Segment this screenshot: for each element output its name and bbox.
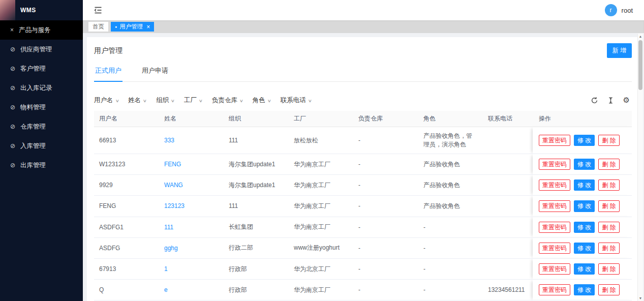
delete-button[interactable]: 删 除 [598,243,619,254]
cell-org: 长虹集团 [224,217,289,237]
edit-button[interactable]: 修 改 [574,200,595,212]
cell-actions: 重置密码修 改删 除 [533,258,632,279]
brand: WMS [0,0,83,20]
reset-password-button[interactable]: 重置密码 [539,200,570,212]
edit-button[interactable]: 修 改 [574,135,595,146]
user-menu[interactable]: r root [605,4,633,16]
delete-button[interactable]: 删 除 [598,159,619,170]
user-name-link[interactable]: e [164,286,168,293]
user-name-link[interactable]: 123123 [164,202,185,209]
delete-button[interactable]: 删 除 [598,284,619,295]
user-name-link[interactable]: 111 [164,224,173,231]
reset-password-button[interactable]: 重置密码 [539,284,570,295]
sidebar-item[interactable]: ×产品与服务 [0,20,83,40]
filter-dropdown[interactable]: 姓名∨ [128,96,146,105]
sidebar-item[interactable]: ⊘物料管理 [0,98,83,117]
sidebar-item[interactable]: ⊘仓库管理 [0,117,83,136]
reset-password-button[interactable]: 重置密码 [539,263,570,275]
nav-tab[interactable]: ●用户管理× [111,22,154,32]
brand-avatar-image [0,0,15,20]
sidebar-item[interactable]: ⊘供应商管理 [0,40,83,59]
delete-button[interactable]: 删 除 [598,179,619,191]
scrollbar-thumb[interactable] [638,40,642,90]
chevron-down-icon: ∨ [143,98,147,103]
user-name-link[interactable]: WANG [164,182,183,189]
column-height-icon[interactable] [607,97,615,104]
filter-dropdown[interactable]: 工厂∨ [184,96,202,105]
filter-dropdown[interactable]: 组织∨ [156,96,174,105]
cell-name: e [159,280,224,300]
reset-password-button[interactable]: 重置密码 [539,222,570,233]
user-name-link[interactable]: 1 [164,265,168,273]
cell-role: 产品验收角色，管理员，演示角色 [418,127,483,154]
user-name-link[interactable]: 333 [164,137,174,144]
tag-icon: ⊘ [10,84,15,92]
cell-org: 行政部 [224,280,289,300]
add-user-button[interactable]: 新 增 [607,43,632,58]
edit-button[interactable]: 修 改 [574,263,595,275]
settings-icon[interactable]: ⚙ [623,96,630,105]
delete-button[interactable]: 删 除 [598,263,619,275]
cell-factory: 华为南京工厂 [289,175,353,196]
filter-dropdown[interactable]: 联系电话∨ [281,96,312,105]
filter-dropdown[interactable]: 负责仓库∨ [212,96,243,105]
table-row: ASDFG1111长虹集团华为南京工厂--重置密码修 改删 除 [94,217,632,237]
user-name-link[interactable]: gghg [164,245,178,252]
filter-label: 用户名 [94,96,113,105]
cell-username: FENG [94,196,159,217]
filter-label: 工厂 [184,96,197,105]
tag-icon: ⊘ [10,123,15,130]
vertical-scrollbar[interactable]: ▲ ▼ [637,34,643,301]
edit-button[interactable]: 修 改 [574,243,595,254]
delete-button[interactable]: 删 除 [598,135,619,146]
column-header: 角色 [418,111,483,127]
sidebar-item-label: 仓库管理 [20,123,46,131]
cell-org: 行政部 [224,258,289,279]
app-root: WMS ×产品与服务⊘供应商管理⊘客户管理⊘出入库记录⊘物料管理⊘仓库管理⊘入库… [0,0,644,301]
chevron-down-icon: ∨ [199,98,203,103]
sidebar-item[interactable]: ⊘出入库记录 [0,78,83,98]
view-tab[interactable]: 用户申请 [141,63,169,81]
edit-button[interactable]: 修 改 [574,222,595,233]
chevron-down-icon: ∨ [171,98,175,103]
cell-org: 海尔集团update1 [224,175,289,196]
cell-actions: 重置密码修 改删 除 [533,217,632,237]
sidebar-item-label: 物料管理 [20,103,46,112]
user-avatar[interactable]: r [605,4,617,16]
tag-icon: ⊘ [10,65,15,72]
cell-warehouse: - [353,154,418,175]
cell-username: ASDFG [94,237,159,258]
reset-password-button[interactable]: 重置密码 [539,135,570,146]
view-tab[interactable]: 正式用户 [94,63,122,81]
table-row: FENG123123111华为南京工厂-产品验收角色重置密码修 改删 除 [94,196,632,217]
edit-button[interactable]: 修 改 [574,284,595,295]
reset-password-button[interactable]: 重置密码 [539,243,570,254]
edit-button[interactable]: 修 改 [574,179,595,191]
collapse-menu-icon[interactable] [94,6,102,14]
filter-dropdown[interactable]: 角色∨ [253,96,271,105]
close-icon[interactable]: × [146,24,150,30]
scroll-up-icon[interactable]: ▲ [638,35,643,38]
cell-actions: 重置密码修 改删 除 [533,237,632,258]
cell-warehouse: - [353,217,418,237]
reset-password-button[interactable]: 重置密码 [539,159,570,170]
filter-dropdown[interactable]: 用户名∨ [94,96,118,105]
user-name-link[interactable]: FENG [164,161,181,168]
nav-tab[interactable]: 首页 [88,22,108,32]
nav-tab-label: 用户管理 [119,23,143,31]
sidebar-item[interactable]: ⊘客户管理 [0,59,83,78]
delete-button[interactable]: 删 除 [598,200,619,212]
sidebar-item-label: 出入库记录 [20,84,52,93]
scroll-down-icon[interactable]: ▼ [638,296,643,300]
cell-factory: 华为南京工厂 [289,154,353,175]
sidebar-item[interactable]: ⊘出库管理 [0,156,83,175]
reset-password-button[interactable]: 重置密码 [539,179,570,191]
cell-phone [483,258,533,279]
card-header: 用户管理 新 增 [94,43,632,58]
refresh-icon[interactable] [591,97,598,104]
sidebar-item[interactable]: ⊘入库管理 [0,136,83,156]
table-row: 679131行政部华为北京工厂--重置密码修 改删 除 [94,258,632,279]
delete-button[interactable]: 删 除 [598,222,619,233]
column-header: 操作 [533,111,632,127]
edit-button[interactable]: 修 改 [574,159,595,170]
